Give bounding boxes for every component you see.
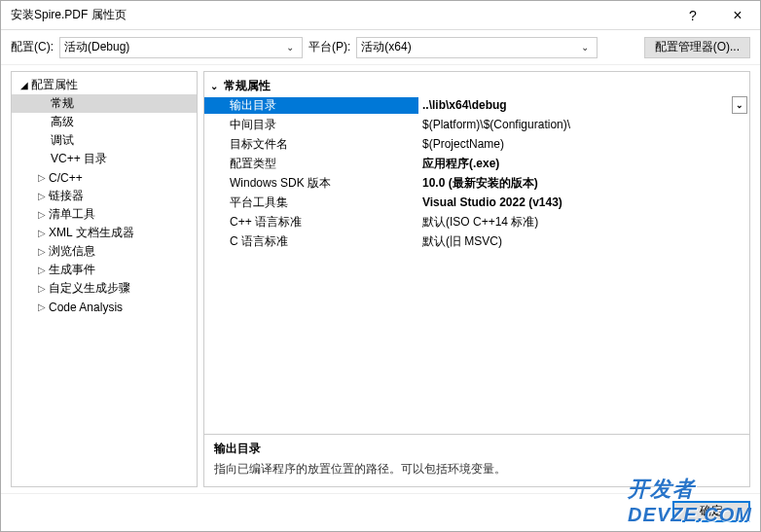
tree-item[interactable]: ▷清单工具 <box>12 205 197 224</box>
tree-item[interactable]: 调试 <box>12 131 197 150</box>
tree-item[interactable]: 常规 <box>12 94 197 113</box>
tree-item[interactable]: ▷浏览信息 <box>12 242 197 261</box>
property-value[interactable]: ..\lib\x64\debug⌄ <box>418 96 749 114</box>
property-label: 输出目录 <box>204 97 418 114</box>
help-button[interactable]: ? <box>670 1 715 30</box>
property-value[interactable]: 默认(旧 MSVC) <box>418 233 749 250</box>
property-row[interactable]: 输出目录..\lib\x64\debug⌄ <box>204 95 749 115</box>
property-row[interactable]: C++ 语言标准默认(ISO C++14 标准) <box>204 212 749 231</box>
chevron-right-icon: ▷ <box>35 191 49 201</box>
chevron-right-icon: ▷ <box>35 265 49 275</box>
property-value[interactable]: 默认(ISO C++14 标准) <box>418 214 749 231</box>
help-box: 输出目录 指向已编译程序的放置位置的路径。可以包括环境变量。 <box>204 434 749 486</box>
ok-button[interactable]: 确定 <box>672 501 750 522</box>
tree-item-label: 自定义生成步骤 <box>49 280 130 297</box>
config-manager-button[interactable]: 配置管理器(O)... <box>644 37 750 58</box>
property-label: Windows SDK 版本 <box>204 175 418 192</box>
help-title: 输出目录 <box>214 441 740 457</box>
config-label: 配置(C): <box>11 39 54 55</box>
window-title: 安装Spire.PDF 属性页 <box>11 7 670 23</box>
property-label: C++ 语言标准 <box>204 214 418 231</box>
property-row[interactable]: Windows SDK 版本10.0 (最新安装的版本) <box>204 173 749 193</box>
tree-item-label: 调试 <box>51 132 74 149</box>
chevron-down-icon[interactable]: ⌄ <box>732 96 747 114</box>
tree-item[interactable]: ▷XML 文档生成器 <box>12 224 197 242</box>
tree-item-label: Code Analysis <box>49 301 123 314</box>
property-row[interactable]: C 语言标准默认(旧 MSVC) <box>204 231 749 251</box>
close-button[interactable]: × <box>715 1 760 30</box>
chevron-down-icon: ⌄ <box>577 42 593 53</box>
main-area: ◢配置属性常规高级调试VC++ 目录▷C/C++▷链接器▷清单工具▷XML 文档… <box>1 65 760 493</box>
footer: 确定 开发者DEVZE.COM <box>1 493 760 528</box>
chevron-right-icon: ▷ <box>35 283 49 294</box>
property-row[interactable]: 中间目录$(Platform)\$(Configuration)\ <box>204 115 749 134</box>
property-value[interactable]: $(ProjectName) <box>418 137 749 151</box>
property-grid: ⌄ 常规属性 输出目录..\lib\x64\debug⌄中间目录$(Platfo… <box>204 72 749 434</box>
property-label: C 语言标准 <box>204 233 418 250</box>
property-row[interactable]: 配置类型应用程序(.exe) <box>204 154 749 173</box>
property-label: 目标文件名 <box>204 136 418 153</box>
chevron-down-icon: ⌄ <box>210 81 224 91</box>
tree-item-label: C/C++ <box>49 171 83 185</box>
platform-dropdown[interactable]: 活动(x64) ⌄ <box>356 37 598 58</box>
config-value: 活动(Debug) <box>64 39 282 55</box>
tree-item[interactable]: ▷Code Analysis <box>12 298 197 316</box>
tree-item[interactable]: ▷生成事件 <box>12 261 197 279</box>
platform-value: 活动(x64) <box>361 39 577 55</box>
property-value[interactable]: 10.0 (最新安装的版本) <box>418 175 749 192</box>
chevron-right-icon: ▷ <box>35 228 49 238</box>
property-label: 平台工具集 <box>204 195 418 211</box>
tree-item[interactable]: VC++ 目录 <box>12 150 197 168</box>
group-title: 常规属性 <box>224 78 271 94</box>
chevron-down-icon: ⌄ <box>282 42 298 53</box>
tree-item[interactable]: ◢配置属性 <box>12 76 197 94</box>
content-panel: ⌄ 常规属性 输出目录..\lib\x64\debug⌄中间目录$(Platfo… <box>203 71 750 487</box>
tree-item[interactable]: ▷链接器 <box>12 187 197 205</box>
tree-item[interactable]: 高级 <box>12 113 197 131</box>
chevron-down-icon: ◢ <box>18 80 31 90</box>
tree-item-label: 链接器 <box>49 188 84 204</box>
config-row: 配置(C): 活动(Debug) ⌄ 平台(P): 活动(x64) ⌄ 配置管理… <box>1 30 760 65</box>
platform-label: 平台(P): <box>308 39 350 55</box>
tree-item[interactable]: ▷自定义生成步骤 <box>12 279 197 298</box>
property-value[interactable]: $(Platform)\$(Configuration)\ <box>418 118 749 131</box>
tree-item-label: 生成事件 <box>49 262 95 278</box>
tree-item-label: 配置属性 <box>31 77 78 93</box>
chevron-right-icon: ▷ <box>35 209 49 220</box>
tree-item-label: 高级 <box>51 114 74 130</box>
property-label: 中间目录 <box>204 117 418 133</box>
property-label: 配置类型 <box>204 156 418 172</box>
property-value[interactable]: Visual Studio 2022 (v143) <box>418 195 749 209</box>
config-dropdown[interactable]: 活动(Debug) ⌄ <box>59 37 303 58</box>
tree-item-label: XML 文档生成器 <box>49 225 134 241</box>
tree-item-label: 常规 <box>51 95 74 112</box>
chevron-right-icon: ▷ <box>35 172 49 183</box>
chevron-right-icon: ▷ <box>35 301 49 312</box>
tree-item-label: 浏览信息 <box>49 243 95 260</box>
titlebar: 安装Spire.PDF 属性页 ? × <box>1 1 760 30</box>
group-header[interactable]: ⌄ 常规属性 <box>204 76 749 95</box>
tree-item-label: 清单工具 <box>49 206 95 223</box>
chevron-right-icon: ▷ <box>35 246 49 257</box>
property-row[interactable]: 平台工具集Visual Studio 2022 (v143) <box>204 193 749 212</box>
help-desc: 指向已编译程序的放置位置的路径。可以包括环境变量。 <box>214 461 740 478</box>
tree-item-label: VC++ 目录 <box>51 151 107 167</box>
property-row[interactable]: 目标文件名$(ProjectName) <box>204 134 749 154</box>
tree-item[interactable]: ▷C/C++ <box>12 168 197 187</box>
property-value[interactable]: 应用程序(.exe) <box>418 156 749 172</box>
tree-panel: ◢配置属性常规高级调试VC++ 目录▷C/C++▷链接器▷清单工具▷XML 文档… <box>11 71 198 487</box>
